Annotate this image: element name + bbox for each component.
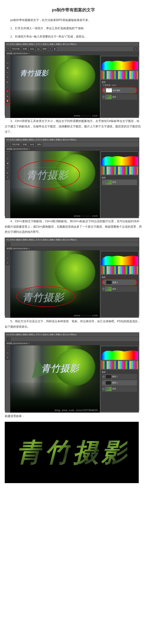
canvas[interactable]: 青竹摄影 blog. sina. com. cn/u/1327954625 — [11, 345, 100, 412]
visibility-icon[interactable] — [103, 89, 105, 92]
menubar[interactable]: PS 文件(F) 编辑(E) 图像(I) 图层(L) 文字(Y) 选择(S) 滤… — [5, 332, 139, 337]
tool-indicator: ↔ — [6, 243, 11, 246]
document-tab[interactable]: 未标题-1@100%(RGB/8)* × — [5, 52, 139, 56]
layer-name: 图层 1 — [112, 382, 118, 384]
layer-bg-row[interactable]: 背景 — [102, 386, 137, 392]
visibility-icon[interactable] — [103, 281, 105, 284]
layer-text-row[interactable]: T 青竹摄影 — [102, 87, 137, 94]
visibility-icon[interactable] — [102, 181, 105, 184]
layers-panel[interactable]: 图层 图层 1 图层 1 背景 — [101, 370, 138, 412]
options-bar[interactable]: T 华文行楷 常规 30点 锐利 — [5, 142, 139, 147]
options-bar[interactable]: T 华文行楷 常规 30点 aa 锐利 ≡ ■ ✓ — [5, 46, 139, 52]
canvas-text: 青竹摄影 — [41, 362, 79, 375]
move-tool-icon[interactable]: ↔ — [6, 346, 10, 350]
visibility-icon[interactable] — [102, 382, 105, 384]
aa-method[interactable]: 锐利 — [42, 47, 48, 51]
layer-row[interactable]: 图层 1 — [102, 380, 137, 386]
lasso-tool-icon[interactable]: ◉ — [6, 161, 10, 166]
aa-label: aa — [36, 48, 41, 50]
page-title: ps制作带有图案的文字 — [5, 7, 142, 13]
tool-column[interactable]: ↔ ▭ ◉ ✂ ✒ 🖌 ⬚ T ◆ ✋ — [5, 56, 11, 118]
tool-column[interactable]: ↔ ▭ ◉ ✂ 🖌 T — [5, 151, 11, 218]
ps-screenshot-2: PS 文件(F) 编辑(E) 图像(I) 图层(L) 文字(Y) 选择(S) 滤… — [5, 138, 139, 216]
font-size[interactable]: 30点 — [29, 47, 35, 51]
marquee-tool-icon[interactable]: ▭ — [6, 61, 10, 65]
visibility-icon[interactable] — [102, 388, 105, 390]
options-bar[interactable]: ↔ — [5, 337, 139, 342]
layer-row[interactable]: 图层 1 — [102, 374, 137, 380]
histogram-panel — [101, 56, 138, 70]
step-3: 3、Ctrl+t用变形工具改变文字大小，拖拉文字到所需要的图案地方。左手按住Ct… — [5, 118, 142, 134]
layer-1-row[interactable]: 图层 1 — [102, 279, 137, 286]
marquee-tool-icon[interactable]: ▭ — [6, 351, 10, 355]
stamp-tool-icon[interactable]: ⬚ — [6, 85, 10, 89]
aa-method[interactable]: 锐利 — [36, 143, 42, 146]
swatches-panel[interactable] — [101, 166, 138, 174]
tool-indicator: T — [6, 143, 10, 146]
watermark: www.duique. com — [74, 114, 98, 117]
text-tool-icon[interactable]: T — [6, 176, 10, 180]
layers-panel[interactable]: 图层 图层 1 背景 — [101, 275, 138, 317]
menubar[interactable]: PS 文件(F) 编辑(E) 图像(I) 图层(L) 文字(Y) 选择(S) 滤… — [5, 138, 139, 142]
layers-panel[interactable]: 图层 背景 — [101, 176, 138, 217]
layer-name: 图层 1 — [113, 281, 118, 284]
menubar[interactable]: PS 文件(F) 编辑(E) 图像(I) 图层(L) 文字(Y) 选择(S) 滤… — [5, 238, 139, 242]
move-tool-icon[interactable]: ↔ — [6, 252, 10, 256]
layer-thumb — [105, 381, 111, 385]
ps-screenshot-4: PS 文件(F) 编辑(E) 图像(I) 图层(L) 文字(Y) 选择(S) 滤… — [5, 332, 139, 411]
red-annotation — [18, 160, 80, 188]
document-tab[interactable]: 未标题-1@100%(RGB/8)* × — [5, 342, 139, 345]
visibility-icon[interactable] — [102, 376, 105, 378]
ps-screenshot-3: PS 文件(F) 编辑(E) 图像(I) 图层(L) 文字(Y) 选择(S) 滤… — [5, 238, 139, 316]
canvas[interactable]: 青竹摄影 www.duique. com — [11, 56, 100, 118]
layers-panel[interactable]: 图层 不透明度: 100% T 青竹摄影 背景 — [101, 80, 138, 117]
text-align[interactable]: ≡ — [49, 48, 52, 50]
canvas[interactable]: 青竹摄影 www.duique. com — [11, 151, 100, 218]
visibility-icon[interactable] — [102, 288, 105, 290]
layer-bg-row[interactable]: 背景 — [102, 94, 137, 100]
move-tool-icon[interactable]: ↔ — [6, 152, 10, 156]
menubar[interactable]: PS 文件(F) 编辑(E) 图像(I) 图层(L) 文字(Y) 选择(S) 滤… — [5, 42, 139, 46]
canvas[interactable]: 青竹摄影 www.duique. com — [11, 250, 100, 318]
document-tab[interactable]: 未标题-1@100%(RGB/8)* × — [5, 247, 139, 250]
commit-button[interactable]: ✓ — [133, 48, 137, 50]
font-size[interactable]: 30点 — [29, 143, 35, 146]
text-tool-icon[interactable]: T — [6, 261, 10, 265]
layer-bg-row[interactable]: 背景 — [102, 286, 137, 292]
marquee-tool-icon[interactable]: ▭ — [6, 157, 10, 161]
tool-column[interactable]: ↔ ▭ T — [5, 250, 11, 318]
font-style[interactable]: 常规 — [22, 47, 28, 51]
font-family-select[interactable]: 华文行楷 — [11, 47, 21, 51]
layers-header: 图层 — [102, 176, 137, 179]
swatches-panel[interactable] — [101, 361, 138, 369]
lasso-tool-icon[interactable]: ◉ — [6, 66, 10, 70]
layers-header: 图层 — [102, 371, 137, 374]
tool-column[interactable]: ↔ ▭ T — [5, 345, 11, 412]
eyedrop-tool-icon[interactable]: ✒ — [6, 75, 10, 80]
marquee-tool-icon[interactable]: ▭ — [6, 256, 10, 260]
text-tool-icon[interactable]: T — [6, 356, 10, 360]
layer-thumb — [105, 387, 111, 391]
visibility-icon[interactable] — [102, 96, 105, 98]
text-color[interactable]: ■ — [53, 48, 57, 50]
font-family-select[interactable]: 华文行楷 — [11, 143, 21, 146]
swatches-panel[interactable] — [101, 266, 138, 274]
new-bg-label: 新建背景效果： — [5, 414, 142, 419]
watermark: www.duique. com — [74, 214, 98, 217]
shape-tool-highlight — [5, 99, 11, 106]
swatches-panel[interactable] — [101, 71, 138, 79]
brush-tool-icon[interactable]: 🖌 — [6, 80, 10, 84]
move-tool-icon[interactable]: ↔ — [6, 56, 10, 61]
brush-tool-icon[interactable]: 🖌 — [6, 171, 10, 175]
glyph-4: 影 — [101, 440, 127, 466]
layer-bg-row[interactable]: 背景 — [102, 180, 137, 185]
crop-tool-icon[interactable]: ✂ — [6, 166, 10, 170]
font-style[interactable]: 常规 — [22, 143, 28, 146]
document-tab[interactable]: 未标题-1@100%(RGB/8)* × — [5, 147, 139, 151]
layer-name: 背景 — [112, 288, 116, 290]
crop-tool-icon[interactable]: ✂ — [6, 70, 10, 75]
panels: 图层 背景 — [100, 151, 139, 218]
canvas-text: 青竹摄影 — [20, 68, 48, 78]
options-bar[interactable]: ↔ — [5, 242, 139, 247]
intro-text: ps制作带有图案的文字，此方法效果和PS剪贴蒙版效果差不多。 — [5, 18, 142, 23]
